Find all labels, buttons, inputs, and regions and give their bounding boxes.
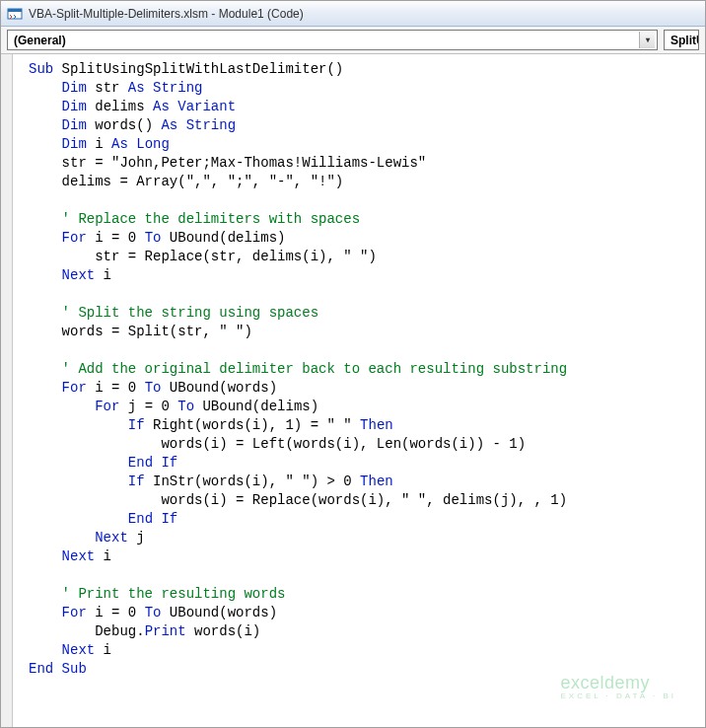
code-editor[interactable]: Sub SplitUsingSplitWithLastDelimiter() D… — [1, 54, 705, 727]
procedure-dropdown-value: SplitU — [671, 34, 699, 47]
procedure-dropdown[interactable]: SplitU — [664, 30, 699, 50]
object-dropdown[interactable]: (General) ▾ — [7, 30, 658, 50]
chevron-down-icon: ▾ — [639, 32, 655, 48]
margin-indicator-bar — [1, 54, 13, 727]
window-title: VBA-Split-Multiple-Delimiters.xlsm - Mod… — [29, 7, 304, 21]
title-bar: VBA-Split-Multiple-Delimiters.xlsm - Mod… — [1, 1, 705, 27]
object-proc-toolbar: (General) ▾ SplitU — [1, 27, 705, 54]
object-dropdown-value: (General) — [14, 34, 66, 47]
code-gutter — [13, 54, 29, 727]
code-text[interactable]: Sub SplitUsingSplitWithLastDelimiter() D… — [29, 54, 705, 727]
svg-rect-1 — [8, 9, 22, 12]
vba-module-icon — [7, 6, 23, 22]
